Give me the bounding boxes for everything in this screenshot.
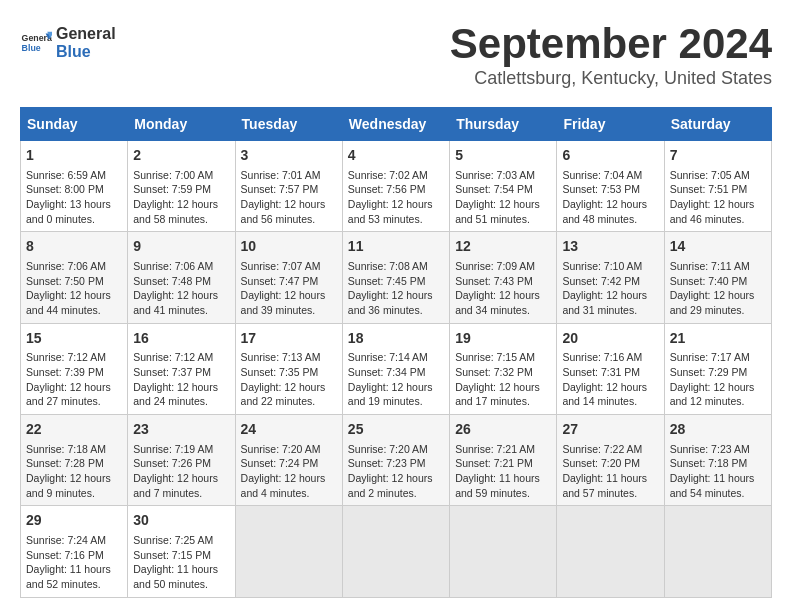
- day-number: 4: [348, 146, 444, 166]
- header-friday: Friday: [557, 108, 664, 141]
- calendar-cell: 10Sunrise: 7:07 AM Sunset: 7:47 PM Dayli…: [235, 232, 342, 323]
- day-info: Sunrise: 7:17 AM Sunset: 7:29 PM Dayligh…: [670, 350, 766, 409]
- day-number: 8: [26, 237, 122, 257]
- day-info: Sunrise: 7:07 AM Sunset: 7:47 PM Dayligh…: [241, 259, 337, 318]
- day-info: Sunrise: 7:13 AM Sunset: 7:35 PM Dayligh…: [241, 350, 337, 409]
- calendar-cell: [342, 506, 449, 597]
- day-info: Sunrise: 7:20 AM Sunset: 7:23 PM Dayligh…: [348, 442, 444, 501]
- day-number: 15: [26, 329, 122, 349]
- calendar-cell: 9Sunrise: 7:06 AM Sunset: 7:48 PM Daylig…: [128, 232, 235, 323]
- calendar-cell: [450, 506, 557, 597]
- day-number: 12: [455, 237, 551, 257]
- header-thursday: Thursday: [450, 108, 557, 141]
- calendar-cell: 15Sunrise: 7:12 AM Sunset: 7:39 PM Dayli…: [21, 323, 128, 414]
- calendar-cell: 12Sunrise: 7:09 AM Sunset: 7:43 PM Dayli…: [450, 232, 557, 323]
- day-info: Sunrise: 7:12 AM Sunset: 7:37 PM Dayligh…: [133, 350, 229, 409]
- day-number: 23: [133, 420, 229, 440]
- svg-text:Blue: Blue: [22, 43, 41, 53]
- day-number: 6: [562, 146, 658, 166]
- day-info: Sunrise: 7:10 AM Sunset: 7:42 PM Dayligh…: [562, 259, 658, 318]
- day-number: 11: [348, 237, 444, 257]
- day-number: 22: [26, 420, 122, 440]
- day-number: 26: [455, 420, 551, 440]
- calendar-cell: 28Sunrise: 7:23 AM Sunset: 7:18 PM Dayli…: [664, 415, 771, 506]
- day-number: 7: [670, 146, 766, 166]
- calendar-cell: 14Sunrise: 7:11 AM Sunset: 7:40 PM Dayli…: [664, 232, 771, 323]
- logo-icon: General Blue: [20, 27, 52, 59]
- day-info: Sunrise: 7:23 AM Sunset: 7:18 PM Dayligh…: [670, 442, 766, 501]
- day-info: Sunrise: 6:59 AM Sunset: 8:00 PM Dayligh…: [26, 168, 122, 227]
- calendar-cell: 30Sunrise: 7:25 AM Sunset: 7:15 PM Dayli…: [128, 506, 235, 597]
- location-subtitle: Catlettsburg, Kentucky, United States: [20, 68, 772, 89]
- day-number: 3: [241, 146, 337, 166]
- day-info: Sunrise: 7:20 AM Sunset: 7:24 PM Dayligh…: [241, 442, 337, 501]
- calendar-cell: [664, 506, 771, 597]
- calendar-cell: 24Sunrise: 7:20 AM Sunset: 7:24 PM Dayli…: [235, 415, 342, 506]
- day-info: Sunrise: 7:24 AM Sunset: 7:16 PM Dayligh…: [26, 533, 122, 592]
- calendar-cell: [235, 506, 342, 597]
- page-header: General Blue General Blue September 2024…: [20, 20, 772, 99]
- calendar-table: SundayMondayTuesdayWednesdayThursdayFrid…: [20, 107, 772, 598]
- day-info: Sunrise: 7:04 AM Sunset: 7:53 PM Dayligh…: [562, 168, 658, 227]
- calendar-cell: 27Sunrise: 7:22 AM Sunset: 7:20 PM Dayli…: [557, 415, 664, 506]
- calendar-cell: 19Sunrise: 7:15 AM Sunset: 7:32 PM Dayli…: [450, 323, 557, 414]
- day-info: Sunrise: 7:25 AM Sunset: 7:15 PM Dayligh…: [133, 533, 229, 592]
- day-number: 24: [241, 420, 337, 440]
- header-tuesday: Tuesday: [235, 108, 342, 141]
- month-year-title: September 2024: [20, 20, 772, 68]
- day-info: Sunrise: 7:03 AM Sunset: 7:54 PM Dayligh…: [455, 168, 551, 227]
- day-number: 28: [670, 420, 766, 440]
- day-info: Sunrise: 7:08 AM Sunset: 7:45 PM Dayligh…: [348, 259, 444, 318]
- calendar-cell: 13Sunrise: 7:10 AM Sunset: 7:42 PM Dayli…: [557, 232, 664, 323]
- day-info: Sunrise: 7:02 AM Sunset: 7:56 PM Dayligh…: [348, 168, 444, 227]
- day-number: 2: [133, 146, 229, 166]
- calendar-cell: 1Sunrise: 6:59 AM Sunset: 8:00 PM Daylig…: [21, 141, 128, 232]
- day-info: Sunrise: 7:16 AM Sunset: 7:31 PM Dayligh…: [562, 350, 658, 409]
- header-sunday: Sunday: [21, 108, 128, 141]
- day-info: Sunrise: 7:15 AM Sunset: 7:32 PM Dayligh…: [455, 350, 551, 409]
- calendar-cell: 11Sunrise: 7:08 AM Sunset: 7:45 PM Dayli…: [342, 232, 449, 323]
- calendar-cell: 25Sunrise: 7:20 AM Sunset: 7:23 PM Dayli…: [342, 415, 449, 506]
- calendar-week-row: 1Sunrise: 6:59 AM Sunset: 8:00 PM Daylig…: [21, 141, 772, 232]
- calendar-week-row: 29Sunrise: 7:24 AM Sunset: 7:16 PM Dayli…: [21, 506, 772, 597]
- header-saturday: Saturday: [664, 108, 771, 141]
- header-monday: Monday: [128, 108, 235, 141]
- day-number: 13: [562, 237, 658, 257]
- day-info: Sunrise: 7:11 AM Sunset: 7:40 PM Dayligh…: [670, 259, 766, 318]
- calendar-cell: 7Sunrise: 7:05 AM Sunset: 7:51 PM Daylig…: [664, 141, 771, 232]
- day-info: Sunrise: 7:09 AM Sunset: 7:43 PM Dayligh…: [455, 259, 551, 318]
- calendar-cell: 16Sunrise: 7:12 AM Sunset: 7:37 PM Dayli…: [128, 323, 235, 414]
- calendar-cell: 2Sunrise: 7:00 AM Sunset: 7:59 PM Daylig…: [128, 141, 235, 232]
- day-number: 5: [455, 146, 551, 166]
- logo: General Blue General Blue: [20, 25, 116, 60]
- day-info: Sunrise: 7:14 AM Sunset: 7:34 PM Dayligh…: [348, 350, 444, 409]
- calendar-cell: 18Sunrise: 7:14 AM Sunset: 7:34 PM Dayli…: [342, 323, 449, 414]
- calendar-week-row: 8Sunrise: 7:06 AM Sunset: 7:50 PM Daylig…: [21, 232, 772, 323]
- day-number: 17: [241, 329, 337, 349]
- day-info: Sunrise: 7:05 AM Sunset: 7:51 PM Dayligh…: [670, 168, 766, 227]
- calendar-week-row: 22Sunrise: 7:18 AM Sunset: 7:28 PM Dayli…: [21, 415, 772, 506]
- logo-text: General Blue: [56, 25, 116, 60]
- calendar-cell: 3Sunrise: 7:01 AM Sunset: 7:57 PM Daylig…: [235, 141, 342, 232]
- day-info: Sunrise: 7:01 AM Sunset: 7:57 PM Dayligh…: [241, 168, 337, 227]
- day-number: 19: [455, 329, 551, 349]
- calendar-header-row: SundayMondayTuesdayWednesdayThursdayFrid…: [21, 108, 772, 141]
- day-number: 16: [133, 329, 229, 349]
- day-info: Sunrise: 7:00 AM Sunset: 7:59 PM Dayligh…: [133, 168, 229, 227]
- calendar-week-row: 15Sunrise: 7:12 AM Sunset: 7:39 PM Dayli…: [21, 323, 772, 414]
- calendar-cell: 6Sunrise: 7:04 AM Sunset: 7:53 PM Daylig…: [557, 141, 664, 232]
- day-number: 29: [26, 511, 122, 531]
- day-number: 20: [562, 329, 658, 349]
- calendar-cell: [557, 506, 664, 597]
- day-info: Sunrise: 7:12 AM Sunset: 7:39 PM Dayligh…: [26, 350, 122, 409]
- calendar-cell: 23Sunrise: 7:19 AM Sunset: 7:26 PM Dayli…: [128, 415, 235, 506]
- day-info: Sunrise: 7:21 AM Sunset: 7:21 PM Dayligh…: [455, 442, 551, 501]
- day-info: Sunrise: 7:06 AM Sunset: 7:50 PM Dayligh…: [26, 259, 122, 318]
- calendar-cell: 22Sunrise: 7:18 AM Sunset: 7:28 PM Dayli…: [21, 415, 128, 506]
- calendar-cell: 29Sunrise: 7:24 AM Sunset: 7:16 PM Dayli…: [21, 506, 128, 597]
- day-info: Sunrise: 7:22 AM Sunset: 7:20 PM Dayligh…: [562, 442, 658, 501]
- day-number: 27: [562, 420, 658, 440]
- day-info: Sunrise: 7:19 AM Sunset: 7:26 PM Dayligh…: [133, 442, 229, 501]
- header-section: September 2024 Catlettsburg, Kentucky, U…: [20, 20, 772, 89]
- day-number: 9: [133, 237, 229, 257]
